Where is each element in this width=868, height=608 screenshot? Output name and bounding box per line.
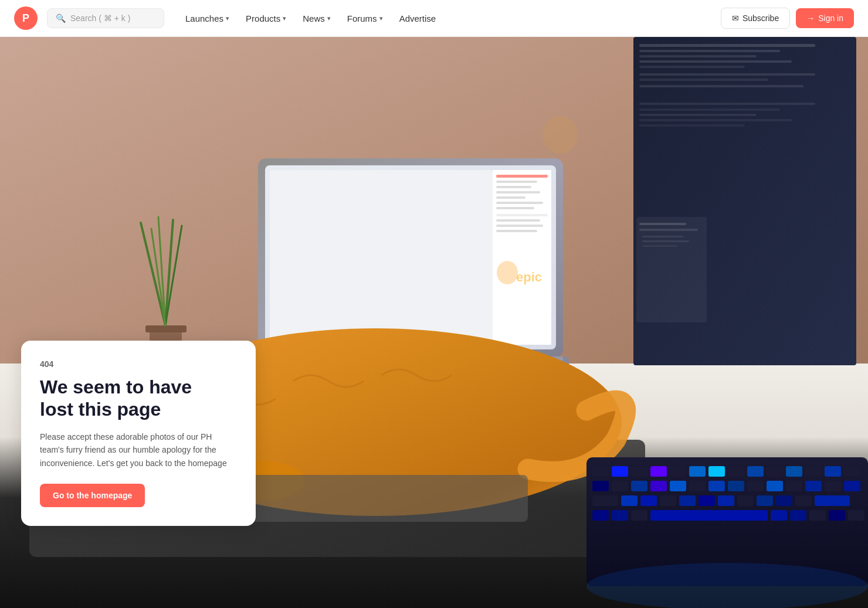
site-logo[interactable]: P [14,6,38,30]
svg-rect-22 [496,219,540,222]
svg-rect-19 [496,202,543,204]
svg-rect-38 [639,114,757,116]
svg-rect-67 [728,466,744,477]
nav-item-news[interactable]: News ▾ [296,9,338,28]
svg-rect-4 [145,325,187,332]
svg-rect-98 [795,495,812,506]
nav-item-forums[interactable]: Forums ▾ [340,9,390,28]
svg-rect-70 [786,466,802,477]
svg-rect-20 [496,207,534,209]
svg-rect-61 [612,466,628,477]
svg-rect-79 [689,481,706,491]
svg-rect-13 [493,170,551,345]
subscribe-icon: ✉ [732,13,739,23]
svg-rect-107 [829,510,845,521]
svg-rect-68 [747,466,764,477]
svg-point-112 [542,116,578,154]
search-icon: 🔍 [56,13,66,23]
svg-rect-72 [825,466,841,477]
svg-rect-30 [639,55,757,57]
search-placeholder-text: Search ( ⌘ + k ) [70,13,130,23]
svg-rect-89 [621,495,638,506]
chevron-down-icon: ▾ [379,15,383,22]
svg-rect-63 [650,466,667,477]
svg-rect-92 [679,495,696,506]
svg-rect-36 [639,103,815,105]
svg-rect-108 [848,510,864,521]
svg-rect-23 [496,225,543,227]
svg-rect-99 [815,495,850,506]
svg-rect-80 [708,481,725,491]
svg-rect-34 [639,79,768,81]
svg-text:epic: epic [516,270,542,284]
svg-rect-102 [631,510,647,521]
svg-rect-69 [767,466,783,477]
svg-rect-78 [670,481,686,491]
svg-point-111 [497,261,518,284]
subscribe-button[interactable]: ✉ Subscribe [721,8,790,29]
svg-rect-28 [639,44,815,47]
svg-rect-62 [631,466,647,477]
svg-rect-24 [496,230,537,232]
svg-rect-44 [642,236,683,237]
nav-links: Launches ▾ Products ▾ News ▾ Forums ▾ Ad… [178,9,716,28]
svg-point-109 [586,563,868,608]
signin-button[interactable]: → Sign in [796,8,854,28]
svg-rect-12 [270,170,493,345]
svg-rect-35 [639,85,803,87]
nav-actions: ✉ Subscribe → Sign in [721,8,854,29]
svg-rect-18 [496,196,525,199]
search-box[interactable]: 🔍 Search ( ⌘ + k ) [47,8,164,28]
svg-rect-88 [592,495,618,506]
svg-rect-87 [844,481,860,491]
svg-rect-45 [642,240,689,242]
svg-rect-71 [805,466,822,477]
chevron-down-icon: ▾ [283,15,286,22]
svg-rect-39 [639,119,792,121]
svg-rect-42 [639,223,686,225]
svg-rect-17 [496,191,540,193]
svg-rect-64 [670,466,686,477]
signin-icon: → [806,13,815,23]
svg-rect-86 [825,481,841,491]
nav-item-launches[interactable]: Launches ▾ [178,9,236,28]
svg-rect-33 [639,73,815,76]
svg-rect-83 [767,481,783,491]
svg-rect-16 [496,186,531,188]
svg-rect-15 [496,181,537,183]
svg-rect-104 [771,510,787,521]
error-description: Please accept these adorable photos of o… [40,430,237,470]
svg-rect-77 [650,481,667,491]
svg-rect-101 [612,510,628,521]
svg-rect-105 [790,510,806,521]
svg-rect-21 [496,214,548,216]
svg-rect-40 [639,124,745,127]
svg-rect-81 [728,481,744,491]
svg-rect-91 [660,495,676,506]
svg-rect-90 [640,495,657,506]
svg-rect-106 [809,510,826,521]
svg-rect-82 [747,481,764,491]
svg-rect-93 [699,495,715,506]
error-card: 404 We seem to have lost this page Pleas… [21,341,256,526]
error-title: We seem to have lost this page [40,376,237,421]
go-to-homepage-button[interactable]: Go to the homepage [40,484,145,507]
svg-rect-95 [737,495,754,506]
chevron-down-icon: ▾ [327,15,331,22]
svg-rect-73 [844,466,860,477]
svg-rect-75 [612,481,628,491]
nav-item-advertise[interactable]: Advertise [392,9,443,28]
navbar: P 🔍 Search ( ⌘ + k ) Launches ▾ Products… [0,0,868,37]
svg-rect-29 [639,50,780,52]
svg-rect-31 [639,60,792,63]
svg-rect-41 [636,217,707,322]
svg-rect-103 [650,510,768,521]
svg-rect-100 [592,510,609,521]
svg-rect-96 [757,495,773,506]
svg-rect-84 [786,481,802,491]
svg-rect-32 [639,66,745,68]
nav-item-products[interactable]: Products ▾ [239,9,293,28]
chevron-down-icon: ▾ [226,15,229,22]
svg-rect-14 [496,175,548,178]
svg-rect-85 [805,481,822,491]
